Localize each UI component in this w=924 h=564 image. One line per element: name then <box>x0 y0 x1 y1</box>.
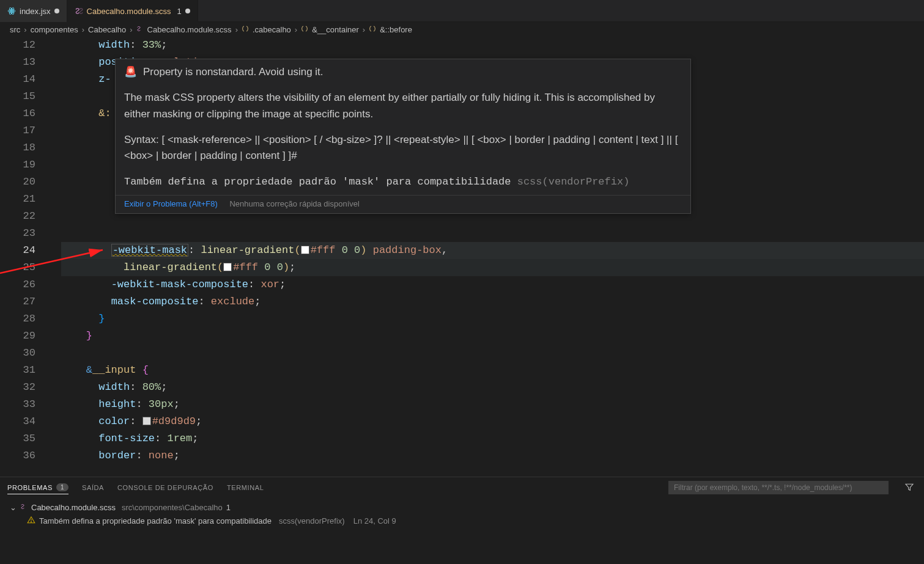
problems-file-row[interactable]: ⌄ Cabecalho.module.scss src\componentes\… <box>10 500 914 514</box>
problems-list: ⌄ Cabecalho.module.scss src\componentes\… <box>0 498 924 530</box>
color-swatch-icon[interactable] <box>301 246 309 254</box>
no-quick-fix-label: Nenhuma correção rápida disponível <box>229 199 359 208</box>
chevron-right-icon: › <box>235 25 238 34</box>
chevron-right-icon: › <box>130 25 132 34</box>
filter-icon[interactable] <box>902 480 917 496</box>
warning-light-icon: 🚨 <box>124 64 137 80</box>
problem-item[interactable]: Também defina a propriedade padrão 'mask… <box>10 514 914 527</box>
view-problem-link[interactable]: Exibir o Problema (Alt+F8) <box>124 199 218 208</box>
selector-icon <box>369 25 376 34</box>
react-icon <box>7 7 16 15</box>
tab-label: Cabecalho.module.scss <box>87 7 171 16</box>
file-problem-count: 1 <box>226 503 231 512</box>
color-swatch-icon[interactable] <box>223 263 232 271</box>
problem-message: Também defina a propriedade padrão 'mask… <box>39 516 272 526</box>
problems-count-badge: 1 <box>56 483 68 491</box>
breadcrumb-item[interactable]: &__container <box>312 25 359 34</box>
panel-tab-problems[interactable]: PROBLEMAS 1 <box>7 483 68 494</box>
breadcrumb-item[interactable]: &::before <box>380 25 412 34</box>
line-gutter: 12131415 16171819 20212223 24252627 2829… <box>0 37 49 477</box>
breadcrumb-item[interactable]: .cabecalho <box>253 25 291 34</box>
hovered-property[interactable]: -webkit-mask <box>111 244 188 257</box>
modified-dot-icon <box>54 9 59 13</box>
problems-filter-input[interactable] <box>668 481 889 494</box>
editor-tabs: index.jsx Cabecalho.module.scss 1 <box>0 0 924 22</box>
breadcrumb-item[interactable]: componentes <box>31 25 78 34</box>
selector-icon <box>301 25 308 34</box>
panel-tab-output[interactable]: SAÍDA <box>82 484 104 491</box>
hover-description: The mask CSS property alters the visibil… <box>116 85 690 127</box>
problems-file-name: Cabecalho.module.scss <box>31 503 116 512</box>
hover-heading: Property is nonstandard. Avoid using it. <box>143 64 323 80</box>
breadcrumb-item[interactable]: Cabecalho <box>88 25 126 34</box>
svg-point-0 <box>11 10 12 12</box>
scss-icon <box>20 503 28 512</box>
warning-icon <box>27 516 35 526</box>
chevron-right-icon: › <box>363 25 365 34</box>
chevron-right-icon: › <box>82 25 84 34</box>
svg-point-6 <box>31 521 32 522</box>
hover-tooltip[interactable]: 🚨 Property is nonstandard. Avoid using i… <box>115 59 691 214</box>
tab-problem-count: 1 <box>177 7 182 16</box>
breadcrumb-item[interactable]: Cabecalho.module.scss <box>147 25 232 34</box>
problem-location: Ln 24, Col 9 <box>353 516 396 526</box>
problem-source: scss(vendorPrefix) <box>279 516 345 526</box>
selector-icon <box>242 25 249 34</box>
panel-tab-debug[interactable]: CONSOLE DE DEPURAÇÃO <box>117 484 213 491</box>
bottom-panel: PROBLEMAS 1 SAÍDA CONSOLE DE DEPURAÇÃO T… <box>0 477 924 538</box>
hover-source: scss(vendorPrefix) <box>517 176 630 188</box>
hover-syntax: [ <mask-reference> || <position> [ / <bg… <box>124 134 678 161</box>
modified-dot-icon <box>185 9 190 13</box>
chevron-right-icon: › <box>24 25 26 34</box>
tab-label: index.jsx <box>20 7 51 16</box>
breadcrumb[interactable]: src › componentes › Cabecalho › Cabecalh… <box>0 22 924 37</box>
hover-scss-message: Também defina a propriedade padrão 'mask… <box>124 176 511 188</box>
scss-icon <box>136 25 144 34</box>
chevron-right-icon: › <box>295 25 297 34</box>
panel-tab-terminal[interactable]: TERMINAL <box>227 484 264 491</box>
tab-cabecalho-scss[interactable]: Cabecalho.module.scss 1 <box>67 0 198 22</box>
hover-syntax-label: Syntax: <box>124 134 159 145</box>
chevron-down-icon: ⌄ <box>10 503 17 512</box>
breadcrumb-item[interactable]: src <box>10 25 20 34</box>
scss-icon <box>75 7 83 15</box>
problems-file-path: src\componentes\Cabecalho <box>122 503 223 512</box>
panel-tabs: PROBLEMAS 1 SAÍDA CONSOLE DE DEPURAÇÃO T… <box>0 477 924 498</box>
tab-indexjsx[interactable]: index.jsx <box>0 0 67 22</box>
color-swatch-icon[interactable] <box>142 417 151 425</box>
